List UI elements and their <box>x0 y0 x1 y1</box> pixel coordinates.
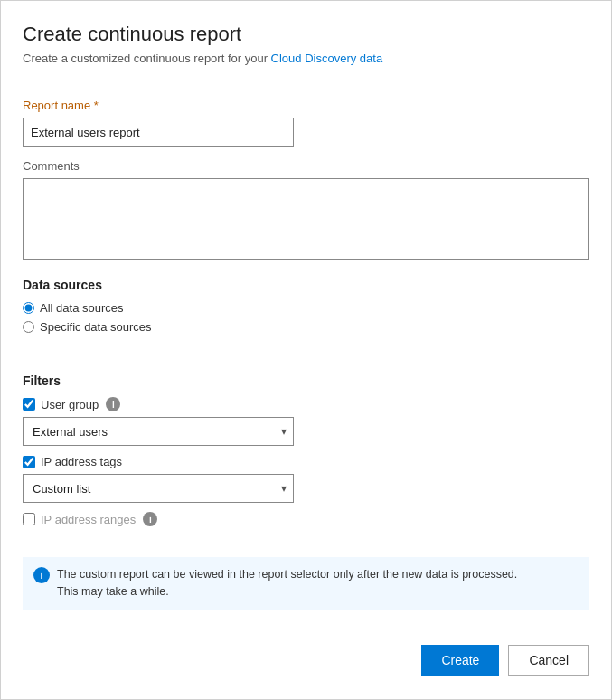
ip-ranges-checkbox[interactable] <box>23 513 35 525</box>
comments-label: Comments <box>23 159 589 173</box>
user-group-checkbox[interactable] <box>23 398 35 411</box>
radio-all-data-sources[interactable]: All data sources <box>23 301 589 315</box>
subtitle-link[interactable]: Cloud Discovery data <box>271 52 383 65</box>
user-group-dropdown-wrapper: External users All users ▾ <box>23 417 294 446</box>
radio-specific-data-sources[interactable]: Specific data sources <box>23 320 589 334</box>
ip-tags-dropdown-wrapper: Custom list All tags ▾ <box>23 474 294 503</box>
ip-address-ranges-filter: IP address ranges i <box>23 512 589 526</box>
info-box-icon: i <box>33 567 50 583</box>
info-line1: The custom report can be viewed in the r… <box>57 568 517 581</box>
subtitle-text: Create a customized continuous report fo… <box>23 52 271 65</box>
radio-specific-label: Specific data sources <box>40 320 152 334</box>
user-group-checkbox-row: User group i <box>23 397 589 411</box>
ip-ranges-info-icon: i <box>143 512 157 526</box>
user-group-filter: User group i External users All users ▾ <box>23 397 589 446</box>
info-line2: This may take a while. <box>57 585 169 598</box>
info-box: i The custom report can be viewed in the… <box>23 557 589 610</box>
dialog-subtitle: Create a customized continuous report fo… <box>23 52 589 65</box>
report-name-label-text: Report name <box>23 99 90 112</box>
cancel-button[interactable]: Cancel <box>508 645 589 676</box>
divider <box>23 80 589 80</box>
ip-tags-checkbox[interactable] <box>23 456 35 468</box>
dialog-footer: Create Cancel <box>23 623 589 681</box>
required-marker: * <box>90 99 99 112</box>
filters-section: Filters User group i External users All … <box>23 355 589 535</box>
create-button[interactable]: Create <box>421 645 499 676</box>
data-sources-radio-group: All data sources Specific data sources <box>23 301 589 334</box>
report-name-label: Report name * <box>23 99 589 112</box>
ip-ranges-checkbox-row: IP address ranges i <box>23 512 589 526</box>
comments-textarea[interactable] <box>23 178 589 260</box>
report-name-input[interactable] <box>23 118 294 147</box>
user-group-label: User group <box>41 398 99 411</box>
radio-all-label: All data sources <box>40 301 124 315</box>
radio-specific-input[interactable] <box>23 321 34 333</box>
radio-all-input[interactable] <box>23 302 34 314</box>
filters-section-title: Filters <box>23 374 589 388</box>
ip-ranges-label: IP address ranges <box>41 513 136 526</box>
ip-tags-checkbox-row: IP address tags <box>23 455 589 468</box>
ip-tags-label: IP address tags <box>41 455 122 468</box>
ip-tags-dropdown[interactable]: Custom list All tags <box>23 474 294 503</box>
data-sources-section-title: Data sources <box>23 278 589 292</box>
user-group-info-icon: i <box>106 397 120 411</box>
info-box-text: The custom report can be viewed in the r… <box>57 566 517 601</box>
ip-address-tags-filter: IP address tags Custom list All tags ▾ <box>23 455 589 503</box>
dialog-title: Create continuous report <box>23 23 589 46</box>
create-report-dialog: Create continuous report Create a custom… <box>0 0 612 700</box>
user-group-dropdown[interactable]: External users All users <box>23 417 294 446</box>
